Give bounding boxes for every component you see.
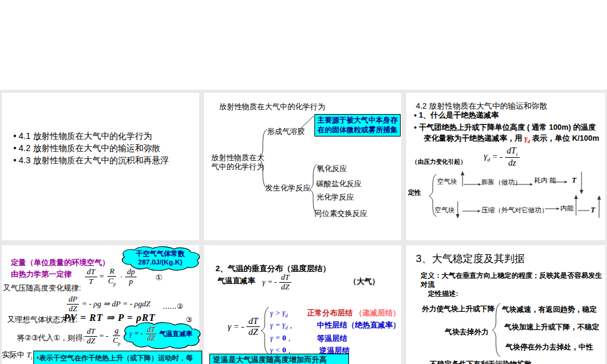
temperature-symbol: T [572, 176, 576, 185]
reaction-item: 氧化反应 [317, 164, 347, 174]
outcome-unstable: 气块加速上升或下降，不稳定 [504, 323, 599, 332]
definition-line2: 变化量称为干绝热递减率，用 γd 表示，单位 K/100m [424, 134, 599, 144]
process-label: 压缩（外气对它做功） [481, 206, 548, 215]
reaction-item: 碳酸盐化反应 [316, 180, 362, 189]
bullet-icon: • [13, 131, 16, 141]
stratification-title: 2、气温的垂直分布（温度层结） [215, 264, 330, 274]
branch-aerosol: 形成气溶胶 [267, 127, 305, 137]
branch-reaction: 发生化学反应 [265, 184, 311, 194]
gas-constant-line2: 287.0J/(Kg.K) [117, 258, 203, 266]
case-label: 等温层结 [317, 334, 347, 344]
aerosol-note-box: 主要源于被大气中本身存 在的固体微粒或雾所捕集 [314, 114, 401, 136]
slide-stratification[interactable]: 2、气温的垂直分布（温度层结） 气温直减率 γ = - dTdZ （大气） γ … [204, 245, 401, 364]
reaction-item: 同位素交换反应 [314, 209, 368, 219]
transport-title: 4.2 放射性物质在大气中的输运和弥散 [416, 101, 548, 111]
quant-heading-line2: 由热力学第一定律 [11, 270, 72, 280]
cause-released: 气块去掉外力 [445, 328, 489, 337]
substitute-label: 将②③代入①，则得: [17, 334, 85, 343]
inversion-note-box: 逆温是大气温度随高度增加而升高 的现象，逆温层结是强稳定的大气 [209, 354, 349, 364]
slide-transport[interactable]: 4.2 放射性物质在大气中的输运和弥散 • 1、什么是干绝热递减率 • 干气团绝… [406, 93, 605, 240]
case-label: 中性层结（绝热直减率） [317, 321, 401, 331]
bullet-icon: • [414, 123, 416, 132]
question-bullet: • 1、什么是干绝热递减率 [414, 111, 499, 121]
temperature-symbol: T [591, 206, 595, 215]
parcel-label: 空气块 [435, 206, 455, 215]
qualitative-desc-label: 定性描述: [428, 289, 458, 298]
root-node-line2: 气中的化学行为 [211, 163, 265, 172]
toc-bullet-1: • 4.1 放射性物质在大气中的化学行为 [13, 131, 152, 142]
equation-tag-1: ① [155, 273, 163, 283]
case-brace [204, 245, 401, 364]
case-label: 正常分布层结 （递减层结） [307, 309, 400, 318]
cloud-lapse-formula: γ = - dTdZ 气温直减率 [129, 326, 192, 343]
slide-toc[interactable]: • 4.1 放射性物质在大气中的化学行为 • 4.2 放射性物质在大气中的输运和… [2, 93, 199, 240]
bullet-icon: • [13, 143, 16, 153]
stability-title: 3、大气稳定度及其判据 [416, 252, 524, 265]
definition-line1: • 干气团绝热上升或下降单位高度 ( 通常 100m) 的温度 [414, 123, 596, 133]
pressure-law-label: 又气压随高度变化规律: [3, 284, 81, 294]
equation-tag-2: ......② [163, 302, 183, 311]
diffusion-note: 不稳定条件下有利于污染物扩散 [430, 360, 532, 364]
slide-quantitative[interactable]: 定量（单位质量的环境空气） 由热力学第一定律 dTT = RCp · dpp ①… [2, 245, 199, 364]
chem-title: 放射性物质在大气中的化学行为 [219, 103, 325, 112]
outcome-stable: 气块减速，有返回趋势，稳定 [502, 305, 597, 314]
parcel-label: 空气块 [437, 178, 457, 186]
reaction-item: 光化学反应 [316, 193, 354, 203]
lapse-formula-large: γ = - dTdZ [228, 316, 260, 337]
atmosphere-label: （大气） [349, 277, 379, 287]
lapse-formula-small: γ = - dTdZ [262, 273, 291, 291]
pressure-note: （由压力变化引起） [412, 158, 466, 166]
definition-line1: 定义：大气在垂直方向上稳定的程度；反映其是否容易发生 [421, 271, 602, 280]
process-label: 膨胀（做功） [481, 178, 521, 187]
bullet-icon: • [414, 111, 416, 120]
outcome-neutral: 气块停在外力去掉处，中性 [506, 343, 593, 352]
cause-forced: 外力使气块上升或下降 [422, 305, 495, 314]
bullet-icon: • [13, 155, 16, 165]
toc-bullet-3: • 4.3 放射性物质在大气中的沉积和再悬浮 [13, 155, 169, 166]
gas-constant-line1: 干空气气体常数 [117, 249, 203, 258]
energy-label: 内能 [560, 204, 574, 213]
slide-chemical-behavior[interactable]: 放射性物质在大气中的化学行为 主要源于被大气中本身存 在的固体微粒或雾所捕集 形… [204, 93, 401, 240]
lapse-rate-label: 气温直减率 [217, 277, 256, 286]
case-condition: γ> γd [270, 308, 290, 318]
lapse-rate-formula: γd = - dTidz [484, 146, 520, 167]
result-formula: dTdZ = - gCp [85, 326, 122, 346]
case-condition: γ= 0 , [270, 334, 290, 343]
qualitative-label: 定性 [408, 189, 421, 197]
energy-label: 耗内 能 [534, 177, 556, 185]
definition-line2: 对流 [421, 280, 435, 289]
pressure-law-formula: dPdZ = - ρg ⇒ dP = - ρgdZ [67, 295, 151, 313]
slides-preview-page: • 4.1 放射性物质在大气中的化学行为 • 4.2 放射性物质在大气中的输运和… [0, 0, 607, 364]
dry-adiabatic-note-box: ●表示干空气在作干绝热上升（或下降）运动时，每 升高（或下降）100m，温度降低… [33, 351, 202, 364]
slide-stability[interactable]: 3、大气稳定度及其判据 定义：大气在垂直方向上稳定的程度；反映其是否容易发生 对… [406, 245, 605, 364]
case-condition: γ= γd , [270, 320, 292, 331]
root-node-line1: 放射性物质在大 [211, 153, 265, 163]
toc-bullet-2: • 4.2 放射性物质在大气中的输运和弥散 [13, 143, 160, 154]
